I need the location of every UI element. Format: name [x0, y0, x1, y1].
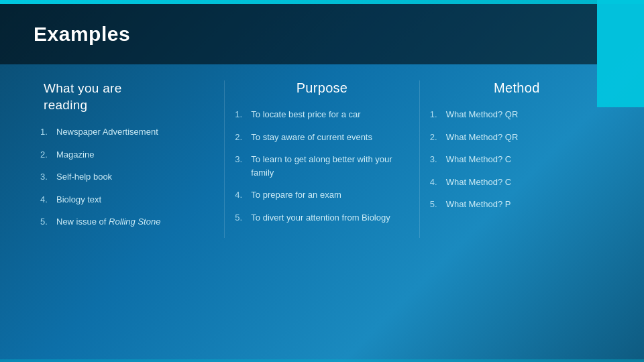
col-method-list: 1. What Method? QR 2. What Method? QR 3.…: [430, 108, 604, 211]
col-purpose: Purpose 1. To locate best price for a ca…: [228, 80, 415, 238]
col-reading: What you arereading 1. Newspaper Adverti…: [34, 80, 221, 238]
page-title: Examples: [34, 23, 130, 46]
bottom-accent: [0, 359, 644, 362]
list-item: 2. Magazine: [40, 148, 214, 162]
list-item: 5. What Method? P: [430, 198, 604, 211]
list-item: 4. To prepare for an exam: [235, 188, 409, 202]
list-item: 2. What Method? QR: [430, 131, 604, 144]
col-reading-list: 1. Newspaper Advertisement 2. Magazine 3…: [40, 125, 214, 229]
divider-1: [224, 80, 225, 238]
col-method: Method 1. What Method? QR 2. What Method…: [423, 80, 610, 238]
divider-2: [419, 80, 420, 238]
list-item: 1. To locate best price for a car: [235, 108, 409, 121]
columns-container: What you arereading 1. Newspaper Adverti…: [34, 80, 610, 238]
list-item: 3. What Method? C: [430, 153, 604, 166]
col-purpose-list: 1. To locate best price for a car 2. To …: [235, 108, 409, 224]
list-item: 4. Biology text: [40, 193, 214, 206]
col-reading-header: What you arereading: [40, 80, 214, 113]
list-item: 4. What Method? C: [430, 176, 604, 189]
list-item: 5. To divert your attention from Biology: [235, 211, 409, 225]
col-purpose-header: Purpose: [235, 80, 409, 96]
list-item: 3. To learn to get along better with you…: [235, 153, 409, 179]
title-bar: Examples: [0, 4, 597, 64]
col-method-header: Method: [430, 80, 604, 96]
list-item: 1. What Method? QR: [430, 108, 604, 121]
main-content: What you arereading 1. Newspaper Adverti…: [0, 67, 644, 362]
list-item: 5. New issue of Rolling Stone: [40, 215, 214, 229]
list-item: 2. To stay aware of current events: [235, 131, 409, 144]
list-item: 1. Newspaper Advertisement: [40, 125, 214, 139]
list-item: 3. Self-help book: [40, 170, 214, 184]
